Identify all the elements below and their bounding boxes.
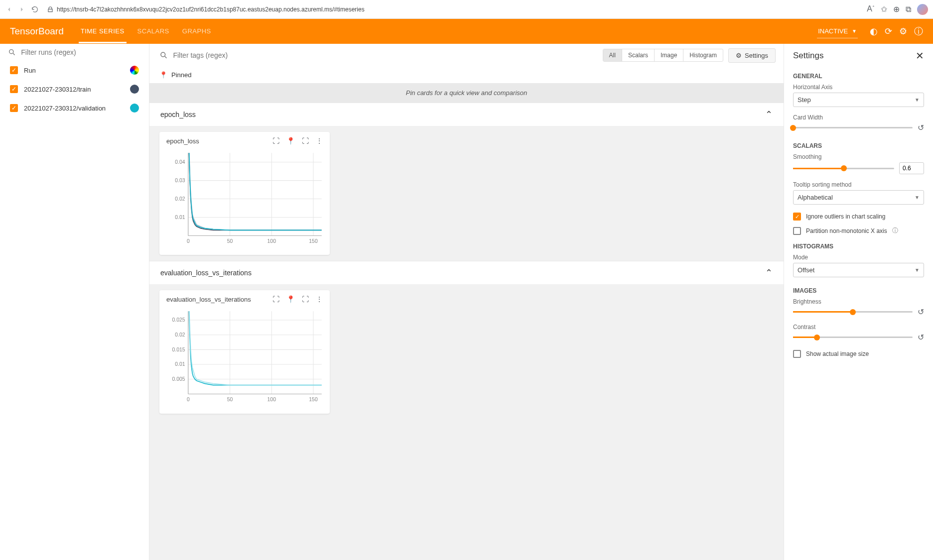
run-checkbox[interactable]: ✓: [10, 85, 18, 93]
search-icon: [8, 48, 16, 57]
gear-icon[interactable]: ⚙: [899, 26, 907, 37]
url-text: https://tnsrb-4c7l2akozhhnnk6x8xvuqu22jc…: [57, 6, 365, 13]
color-dot[interactable]: [130, 66, 139, 75]
ignore-outliers-label: Ignore outliers in chart scaling: [806, 213, 885, 220]
section-header[interactable]: evaluation_loss_vs_iterations⌃: [149, 261, 784, 284]
horizontal-axis-select[interactable]: Step ▼: [793, 93, 924, 107]
smoothing-slider[interactable]: [793, 168, 894, 169]
mode-value: Offset: [798, 266, 814, 274]
refresh-icon[interactable]: [31, 5, 39, 13]
collections-icon[interactable]: ⊕: [893, 4, 900, 14]
view-scalars[interactable]: Scalars: [622, 49, 655, 61]
main-panel: AllScalarsImageHistogram ⚙ Settings 📍 Pi…: [149, 44, 784, 560]
avatar[interactable]: [917, 4, 928, 15]
fit-icon[interactable]: ⛶: [272, 137, 279, 145]
run-name: Run: [24, 67, 36, 74]
tensorboard-header: TensorBoard TIME SERIESSCALARSGRAPHS INA…: [0, 19, 933, 44]
filter-tags-input[interactable]: [173, 51, 594, 59]
y-tick-label: 0.03: [175, 178, 185, 183]
y-tick-label: 0.04: [175, 159, 185, 165]
tooltip-sort-select[interactable]: Alphabetical ▼: [793, 190, 924, 205]
brightness-label: Brightness: [793, 298, 924, 305]
show-actual-checkbox[interactable]: [793, 350, 801, 358]
help-icon[interactable]: ⓘ: [892, 226, 898, 235]
back-icon[interactable]: [5, 5, 13, 13]
smoothing-input[interactable]: [899, 162, 924, 174]
run-row[interactable]: ✓20221027-230312/train: [0, 80, 149, 99]
images-heading: IMAGES: [784, 282, 933, 296]
scalar-card: evaluation_loss_vs_iterations⛶📍⛶⋮0.0050.…: [159, 290, 330, 413]
text-size-icon[interactable]: A⁺: [867, 4, 875, 13]
chevron-up-icon[interactable]: ⌃: [765, 267, 773, 278]
tooltip-sort-value: Alphabetical: [798, 194, 833, 201]
general-heading: GENERAL: [784, 68, 933, 82]
svg-point-0: [9, 50, 13, 54]
section-header[interactable]: epoch_loss⌃: [149, 103, 784, 126]
view-image[interactable]: Image: [655, 49, 683, 61]
run-row[interactable]: ✓Run: [0, 61, 149, 80]
ignore-outliers-checkbox[interactable]: ✓: [793, 213, 801, 221]
fullscreen-icon[interactable]: ⛶: [302, 137, 309, 145]
card-title: evaluation_loss_vs_iterations: [166, 296, 268, 303]
pin-icon[interactable]: 📍: [286, 295, 295, 303]
card-title: epoch_loss: [166, 137, 268, 145]
chevron-down-icon: ▼: [915, 267, 920, 273]
more-icon[interactable]: ⋮: [316, 295, 323, 303]
tab-graphs[interactable]: GRAPHS: [180, 19, 213, 43]
reset-icon[interactable]: ↺: [918, 307, 924, 317]
pinned-label: Pinned: [171, 71, 191, 79]
view-histogram[interactable]: Histogram: [683, 49, 723, 61]
color-dot[interactable]: [130, 85, 139, 94]
run-name: 20221027-230312/train: [24, 86, 91, 93]
y-tick-label: 0.005: [172, 376, 185, 382]
chevron-down-icon: ▼: [915, 97, 920, 103]
status-dropdown[interactable]: INACTIVE ▼: [817, 24, 858, 38]
reset-icon[interactable]: ↺: [918, 333, 924, 342]
x-tick-label: 150: [309, 238, 318, 244]
x-tick-label: 100: [267, 238, 276, 244]
pin-hint: Pin cards for a quick view and compariso…: [149, 83, 784, 103]
run-row[interactable]: ✓20221027-230312/validation: [0, 99, 149, 117]
settings-panel: Settings ✕ GENERAL Horizontal Axis Step …: [784, 44, 933, 560]
help-icon[interactable]: ⓘ: [914, 25, 923, 37]
fullscreen-icon[interactable]: ⛶: [302, 295, 309, 303]
y-tick-label: 0.025: [172, 317, 185, 323]
svg-point-1: [161, 52, 165, 57]
extensions-icon[interactable]: ⧉: [906, 5, 911, 14]
url-bar[interactable]: https://tnsrb-4c7l2akozhhnnk6x8xvuqu22jc…: [44, 6, 862, 13]
reload-icon[interactable]: ⟳: [885, 26, 892, 37]
favorite-icon[interactable]: ✩: [881, 4, 887, 14]
y-tick-label: 0.02: [175, 196, 185, 202]
partition-x-checkbox[interactable]: [793, 227, 801, 235]
pin-icon[interactable]: 📍: [286, 137, 295, 145]
app-title: TensorBoard: [10, 26, 64, 37]
horizontal-axis-value: Step: [798, 96, 811, 104]
tab-time-series[interactable]: TIME SERIES: [79, 19, 127, 43]
theme-icon[interactable]: ◐: [870, 26, 878, 37]
x-tick-label: 0: [187, 397, 190, 402]
settings-button[interactable]: ⚙ Settings: [728, 48, 776, 63]
view-all[interactable]: All: [603, 49, 622, 61]
run-all-checkbox[interactable]: ✓: [10, 66, 18, 74]
more-icon[interactable]: ⋮: [316, 137, 323, 145]
filter-runs-input[interactable]: [21, 48, 141, 56]
y-tick-label: 0.015: [172, 347, 185, 352]
tab-scalars[interactable]: SCALARS: [135, 19, 171, 43]
browser-right-controls: A⁺ ✩ ⊕ ⧉: [867, 4, 928, 15]
cards-area: evaluation_loss_vs_iterations⛶📍⛶⋮0.0050.…: [149, 284, 784, 419]
reset-icon[interactable]: ↺: [918, 123, 924, 132]
mode-select[interactable]: Offset ▼: [793, 263, 924, 277]
close-icon[interactable]: ✕: [916, 50, 924, 62]
chevron-up-icon[interactable]: ⌃: [765, 109, 773, 120]
contrast-slider[interactable]: [793, 336, 913, 338]
fit-icon[interactable]: ⛶: [272, 295, 279, 303]
partition-x-label: Partition non-monotonic X axis: [806, 227, 887, 234]
run-checkbox[interactable]: ✓: [10, 104, 18, 112]
card-width-slider[interactable]: [793, 127, 913, 128]
brightness-slider[interactable]: [793, 311, 913, 313]
color-dot[interactable]: [130, 104, 139, 112]
card-width-label: Card Width: [793, 114, 924, 121]
contrast-label: Contrast: [793, 324, 924, 331]
line-chart: 0.010.020.030.04050100150: [164, 150, 325, 248]
x-tick-label: 150: [309, 397, 318, 402]
